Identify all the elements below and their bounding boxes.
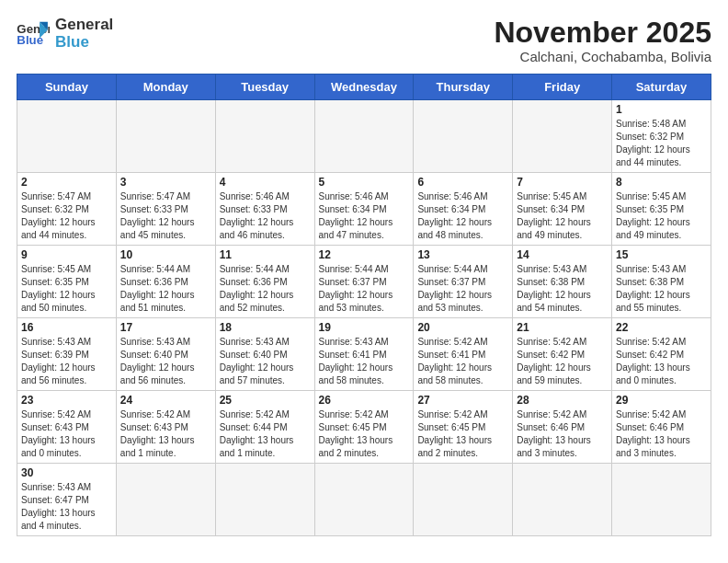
day-info: Sunrise: 5:47 AM Sunset: 6:32 PM Dayligh… [21, 190, 112, 242]
day-number: 6 [417, 176, 508, 189]
day-number: 19 [319, 321, 410, 334]
day-info: Sunrise: 5:42 AM Sunset: 6:43 PM Dayligh… [120, 408, 211, 460]
day-number: 5 [319, 176, 410, 189]
day-number: 29 [616, 394, 707, 407]
day-number: 23 [21, 394, 112, 407]
day-info: Sunrise: 5:46 AM Sunset: 6:34 PM Dayligh… [319, 190, 410, 242]
calendar-cell [215, 100, 314, 173]
day-info: Sunrise: 5:42 AM Sunset: 6:42 PM Dayligh… [517, 336, 608, 387]
calendar-subtitle: Calchani, Cochabamba, Bolivia [494, 49, 711, 64]
calendar-cell [612, 464, 711, 536]
calendar-cell: 4Sunrise: 5:46 AM Sunset: 6:33 PM Daylig… [215, 173, 314, 246]
logo: General Blue General Blue [17, 17, 113, 51]
day-number: 18 [220, 321, 311, 334]
calendar-cell: 22Sunrise: 5:42 AM Sunset: 6:42 PM Dayli… [612, 318, 711, 391]
weekday-header-thursday: Thursday [414, 75, 513, 100]
day-number: 4 [220, 176, 311, 189]
week-row-2: 2Sunrise: 5:47 AM Sunset: 6:32 PM Daylig… [17, 173, 711, 246]
calendar-cell: 18Sunrise: 5:43 AM Sunset: 6:40 PM Dayli… [215, 318, 314, 391]
calendar-cell: 15Sunrise: 5:43 AM Sunset: 6:38 PM Dayli… [612, 246, 711, 318]
day-info: Sunrise: 5:42 AM Sunset: 6:46 PM Dayligh… [517, 408, 608, 460]
day-number: 2 [21, 176, 112, 189]
calendar-cell: 12Sunrise: 5:44 AM Sunset: 6:37 PM Dayli… [314, 246, 414, 318]
day-number: 27 [417, 394, 508, 407]
day-number: 17 [120, 321, 211, 334]
calendar-cell: 10Sunrise: 5:44 AM Sunset: 6:36 PM Dayli… [116, 246, 215, 318]
calendar-cell: 1Sunrise: 5:48 AM Sunset: 6:32 PM Daylig… [612, 100, 711, 173]
day-number: 21 [517, 321, 608, 334]
calendar-cell: 26Sunrise: 5:42 AM Sunset: 6:45 PM Dayli… [314, 391, 414, 464]
day-info: Sunrise: 5:45 AM Sunset: 6:35 PM Dayligh… [616, 190, 707, 242]
week-row-4: 16Sunrise: 5:43 AM Sunset: 6:39 PM Dayli… [17, 318, 711, 391]
day-number: 14 [517, 248, 608, 261]
day-info: Sunrise: 5:42 AM Sunset: 6:45 PM Dayligh… [319, 408, 410, 460]
calendar-cell: 25Sunrise: 5:42 AM Sunset: 6:44 PM Dayli… [215, 391, 314, 464]
day-info: Sunrise: 5:43 AM Sunset: 6:38 PM Dayligh… [517, 263, 608, 315]
calendar-cell: 13Sunrise: 5:44 AM Sunset: 6:37 PM Dayli… [414, 246, 513, 318]
day-number: 20 [417, 321, 508, 334]
day-info: Sunrise: 5:46 AM Sunset: 6:33 PM Dayligh… [220, 190, 311, 242]
day-info: Sunrise: 5:42 AM Sunset: 6:44 PM Dayligh… [220, 408, 311, 460]
weekday-header-tuesday: Tuesday [215, 75, 314, 100]
calendar-cell [17, 100, 117, 173]
calendar-cell: 16Sunrise: 5:43 AM Sunset: 6:39 PM Dayli… [17, 318, 117, 391]
day-info: Sunrise: 5:42 AM Sunset: 6:45 PM Dayligh… [417, 408, 508, 460]
day-number: 7 [517, 176, 608, 189]
calendar-cell: 9Sunrise: 5:45 AM Sunset: 6:35 PM Daylig… [17, 246, 117, 318]
day-info: Sunrise: 5:42 AM Sunset: 6:41 PM Dayligh… [417, 336, 508, 387]
day-info: Sunrise: 5:43 AM Sunset: 6:39 PM Dayligh… [21, 336, 112, 387]
page-header: General Blue General Blue November 2025 … [17, 17, 711, 64]
day-info: Sunrise: 5:42 AM Sunset: 6:46 PM Dayligh… [616, 408, 707, 460]
day-info: Sunrise: 5:48 AM Sunset: 6:32 PM Dayligh… [616, 118, 707, 169]
day-number: 26 [319, 394, 410, 407]
day-info: Sunrise: 5:44 AM Sunset: 6:37 PM Dayligh… [319, 263, 410, 315]
logo-blue: Blue [55, 34, 113, 52]
day-number: 22 [616, 321, 707, 334]
calendar-cell: 30Sunrise: 5:43 AM Sunset: 6:47 PM Dayli… [17, 464, 117, 536]
week-row-6: 30Sunrise: 5:43 AM Sunset: 6:47 PM Dayli… [17, 464, 711, 536]
calendar-cell: 29Sunrise: 5:42 AM Sunset: 6:46 PM Dayli… [612, 391, 711, 464]
calendar-table: SundayMondayTuesdayWednesdayThursdayFrid… [17, 74, 711, 536]
logo-icon: General Blue [17, 20, 50, 48]
calendar-cell: 5Sunrise: 5:46 AM Sunset: 6:34 PM Daylig… [314, 173, 414, 246]
day-number: 25 [220, 394, 311, 407]
calendar-cell: 2Sunrise: 5:47 AM Sunset: 6:32 PM Daylig… [17, 173, 117, 246]
calendar-cell: 21Sunrise: 5:42 AM Sunset: 6:42 PM Dayli… [513, 318, 612, 391]
calendar-cell: 7Sunrise: 5:45 AM Sunset: 6:34 PM Daylig… [513, 173, 612, 246]
day-number: 30 [21, 466, 112, 479]
calendar-cell: 28Sunrise: 5:42 AM Sunset: 6:46 PM Dayli… [513, 391, 612, 464]
calendar-cell: 23Sunrise: 5:42 AM Sunset: 6:43 PM Dayli… [17, 391, 117, 464]
weekday-header-saturday: Saturday [612, 75, 711, 100]
calendar-cell: 3Sunrise: 5:47 AM Sunset: 6:33 PM Daylig… [116, 173, 215, 246]
calendar-cell: 11Sunrise: 5:44 AM Sunset: 6:36 PM Dayli… [215, 246, 314, 318]
calendar-page: General Blue General Blue November 2025 … [0, 0, 728, 546]
day-info: Sunrise: 5:45 AM Sunset: 6:34 PM Dayligh… [517, 190, 608, 242]
day-info: Sunrise: 5:46 AM Sunset: 6:34 PM Dayligh… [417, 190, 508, 242]
logo-general: General [55, 17, 113, 34]
weekday-header-monday: Monday [116, 75, 215, 100]
day-info: Sunrise: 5:44 AM Sunset: 6:37 PM Dayligh… [417, 263, 508, 315]
day-info: Sunrise: 5:43 AM Sunset: 6:47 PM Dayligh… [21, 481, 112, 533]
weekday-header-wednesday: Wednesday [314, 75, 414, 100]
svg-text:Blue: Blue [17, 33, 43, 47]
day-number: 28 [517, 394, 608, 407]
day-number: 1 [616, 103, 707, 116]
day-info: Sunrise: 5:43 AM Sunset: 6:40 PM Dayligh… [120, 336, 211, 387]
calendar-cell: 24Sunrise: 5:42 AM Sunset: 6:43 PM Dayli… [116, 391, 215, 464]
week-row-5: 23Sunrise: 5:42 AM Sunset: 6:43 PM Dayli… [17, 391, 711, 464]
weekday-header-friday: Friday [513, 75, 612, 100]
calendar-cell [116, 100, 215, 173]
day-number: 12 [319, 248, 410, 261]
calendar-cell [314, 100, 414, 173]
day-info: Sunrise: 5:44 AM Sunset: 6:36 PM Dayligh… [120, 263, 211, 315]
calendar-cell [215, 464, 314, 536]
day-info: Sunrise: 5:43 AM Sunset: 6:40 PM Dayligh… [220, 336, 311, 387]
title-block: November 2025 Calchani, Cochabamba, Boli… [494, 17, 711, 64]
day-number: 13 [417, 248, 508, 261]
calendar-cell [116, 464, 215, 536]
calendar-title: November 2025 [494, 17, 711, 49]
calendar-cell: 8Sunrise: 5:45 AM Sunset: 6:35 PM Daylig… [612, 173, 711, 246]
calendar-cell [414, 100, 513, 173]
day-info: Sunrise: 5:43 AM Sunset: 6:38 PM Dayligh… [616, 263, 707, 315]
day-info: Sunrise: 5:44 AM Sunset: 6:36 PM Dayligh… [220, 263, 311, 315]
